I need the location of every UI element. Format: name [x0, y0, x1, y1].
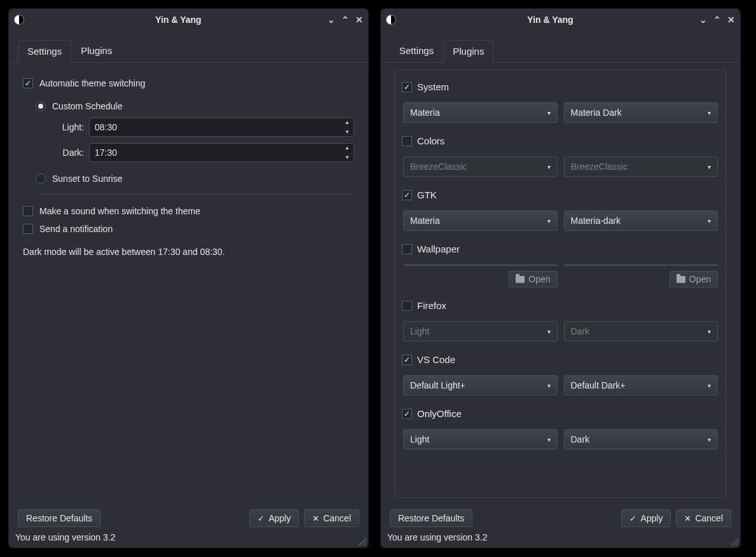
app-icon — [386, 15, 396, 25]
restore-defaults-button[interactable]: Restore Defaults — [18, 509, 100, 527]
tab-plugins[interactable]: Plugins — [71, 39, 121, 62]
plugin-gtk-light-combo[interactable]: Materia — [403, 210, 558, 231]
plugin-onlyoffice-checkbox[interactable]: ✓ OnlyOffice — [402, 406, 719, 423]
close-icon[interactable]: ✕ — [355, 15, 363, 25]
plugin-firefox-light-combo: Light — [403, 321, 558, 341]
tab-settings[interactable]: Settings — [18, 40, 71, 63]
spin-up-icon[interactable]: ▲ — [342, 120, 352, 125]
cancel-button[interactable]: ✕ Cancel — [304, 509, 359, 527]
plugin-colors-checkbox[interactable]: Colors — [402, 133, 719, 150]
maximize-icon[interactable]: ⌃ — [341, 15, 349, 25]
tabbar: Settings Plugins — [9, 39, 368, 63]
tabbar: Settings Plugins — [381, 39, 740, 63]
apply-button[interactable]: ✓ Apply — [249, 509, 299, 527]
x-icon: ✕ — [312, 514, 319, 523]
plugin-onlyoffice-dark-combo[interactable]: Dark — [564, 429, 718, 450]
plugin-system: ✓ System Materia Materia Dark — [402, 79, 719, 127]
spin-down-icon[interactable]: ▼ — [342, 155, 352, 160]
info-text: Dark mode will be active between 17:30 a… — [23, 247, 354, 257]
plugin-firefox: Firefox Light Dark — [402, 298, 719, 345]
sunset-label: Sunset to Sunrise — [52, 174, 123, 184]
dark-time-label: Dark: — [51, 148, 84, 158]
statusbar: You are using version 3.2 — [9, 530, 368, 547]
plugin-wallpaper: Wallpaper Open Open — [402, 241, 719, 291]
plugins-scrollarea[interactable]: ✓ System Materia Materia Dark Colors Bre… — [395, 69, 726, 498]
tab-settings[interactable]: Settings — [390, 39, 443, 62]
auto-switch-label: Automatic theme switching — [39, 78, 146, 88]
wallpaper-light-path — [403, 265, 558, 266]
separator — [36, 194, 354, 195]
app-icon — [14, 15, 24, 25]
plugins-content: ✓ System Materia Materia Dark Colors Bre… — [381, 63, 740, 504]
dark-time-value: 17:30 — [95, 148, 117, 158]
button-row: Restore Defaults ✓ Apply ✕ Cancel — [381, 504, 740, 530]
statusbar: You are using version 3.2 — [381, 530, 740, 547]
plugin-gtk-checkbox[interactable]: ✓ GTK — [402, 187, 719, 204]
plugin-colors: Colors BreezeClassic BreezeClassic — [402, 133, 719, 181]
plugin-gtk: ✓ GTK Materia Materia-dark — [402, 187, 719, 235]
plugin-firefox-checkbox[interactable]: Firefox — [402, 298, 719, 315]
window-title: Yin & Yang — [401, 15, 699, 25]
window-plugins: Yin & Yang ⌄ ⌃ ✕ Settings Plugins ✓ Syst… — [381, 9, 740, 547]
plugin-vscode: ✓ VS Code Default Light+ Default Dark+ — [402, 352, 719, 399]
plugin-colors-light-combo: BreezeClassic — [403, 156, 558, 177]
plugin-vscode-light-combo[interactable]: Default Light+ — [403, 375, 558, 395]
plugin-firefox-dark-combo: Dark — [564, 321, 718, 341]
minimize-icon[interactable]: ⌄ — [699, 15, 707, 25]
plugin-system-light-combo[interactable]: Materia — [403, 102, 558, 123]
notify-checkbox[interactable]: Send a notification — [23, 224, 354, 234]
plugin-wallpaper-label: Wallpaper — [417, 244, 460, 254]
plugin-system-label: System — [417, 81, 449, 92]
light-time-label: Light: — [51, 122, 84, 132]
tab-plugins[interactable]: Plugins — [443, 40, 493, 63]
restore-defaults-button[interactable]: Restore Defaults — [390, 509, 472, 527]
plugin-firefox-label: Firefox — [417, 300, 446, 311]
wallpaper-dark-path — [564, 265, 718, 266]
plugin-colors-dark-combo: BreezeClassic — [564, 156, 718, 177]
sunset-radio[interactable]: Sunset to Sunrise — [36, 174, 354, 184]
spin-down-icon[interactable]: ▼ — [342, 129, 352, 135]
plugin-onlyoffice-light-combo[interactable]: Light — [403, 429, 558, 450]
custom-schedule-radio[interactable]: Custom Schedule — [36, 101, 354, 111]
spin-up-icon[interactable]: ▲ — [342, 145, 352, 151]
x-icon: ✕ — [684, 514, 691, 523]
titlebar: Yin & Yang ⌄ ⌃ ✕ — [381, 9, 740, 31]
plugin-gtk-label: GTK — [417, 189, 437, 200]
close-icon[interactable]: ✕ — [727, 15, 735, 25]
folder-icon — [516, 276, 525, 283]
resize-grip-icon[interactable] — [359, 538, 366, 546]
auto-switch-checkbox[interactable]: ✓ Automatic theme switching — [23, 78, 354, 88]
titlebar: Yin & Yang ⌄ ⌃ ✕ — [9, 9, 368, 31]
window-title: Yin & Yang — [29, 15, 327, 25]
button-row: Restore Defaults ✓ Apply ✕ Cancel — [9, 504, 368, 530]
cancel-button[interactable]: ✕ Cancel — [676, 509, 731, 527]
folder-icon — [677, 276, 685, 283]
window-settings: Yin & Yang ⌄ ⌃ ✕ Settings Plugins ✓ Auto… — [9, 9, 368, 547]
sound-checkbox[interactable]: Make a sound when switching the theme — [23, 206, 354, 216]
plugin-system-checkbox[interactable]: ✓ System — [402, 79, 719, 96]
plugin-vscode-dark-combo[interactable]: Default Dark+ — [564, 375, 718, 395]
light-time-value: 08:30 — [95, 122, 117, 132]
plugin-vscode-checkbox[interactable]: ✓ VS Code — [402, 352, 719, 369]
settings-content: ✓ Automatic theme switching Custom Sched… — [9, 63, 368, 504]
plugin-system-dark-combo[interactable]: Materia Dark — [564, 102, 718, 123]
light-time-input[interactable]: 08:30 ▲▼ — [89, 118, 354, 137]
plugin-colors-label: Colors — [417, 135, 444, 146]
check-icon: ✓ — [258, 514, 265, 523]
sound-label: Make a sound when switching the theme — [39, 206, 200, 216]
plugin-vscode-label: VS Code — [417, 354, 455, 365]
plugin-wallpaper-checkbox[interactable]: Wallpaper — [402, 241, 719, 258]
plugin-onlyoffice: ✓ OnlyOffice Light Dark — [402, 406, 719, 453]
wallpaper-dark-open-button[interactable]: Open — [670, 271, 718, 287]
maximize-icon[interactable]: ⌃ — [713, 15, 721, 25]
notify-label: Send a notification — [39, 224, 113, 234]
wallpaper-light-open-button[interactable]: Open — [509, 271, 557, 287]
minimize-icon[interactable]: ⌄ — [327, 15, 335, 25]
dark-time-input[interactable]: 17:30 ▲▼ — [89, 143, 354, 162]
plugin-onlyoffice-label: OnlyOffice — [417, 408, 462, 419]
resize-grip-icon[interactable] — [731, 538, 738, 546]
plugin-gtk-dark-combo[interactable]: Materia-dark — [564, 210, 718, 231]
apply-button[interactable]: ✓ Apply — [621, 509, 671, 527]
custom-schedule-label: Custom Schedule — [52, 101, 123, 111]
check-icon: ✓ — [629, 514, 636, 523]
